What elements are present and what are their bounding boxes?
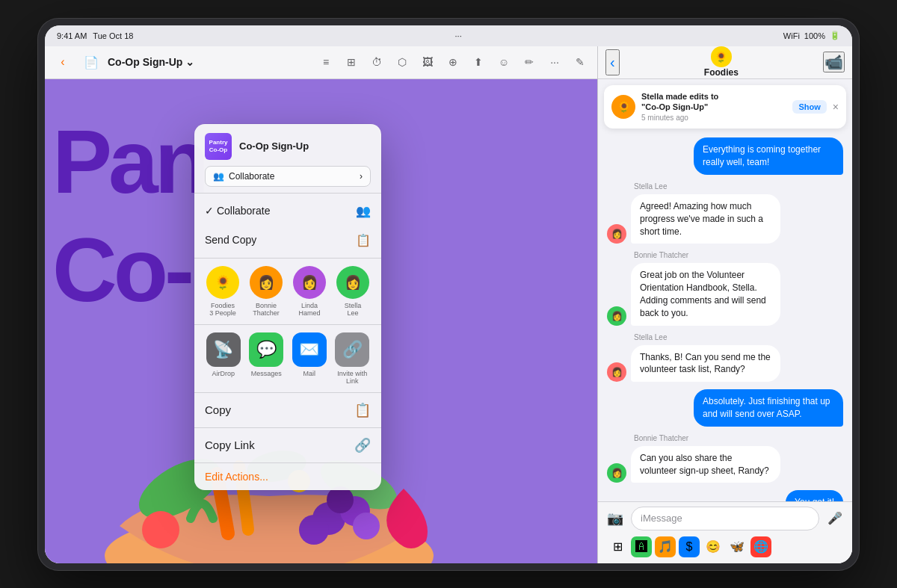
pages-pane: ‹ 📄 Co-Op Sign-Up ⌄ ≡ ⊞ ⏱ ⬡ 🖼 ⊕ [45,46,597,563]
edit-button[interactable]: ✎ [569,51,591,73]
airdrop-icon: 📡 [206,332,241,367]
mail-app[interactable]: ✉️ Mail [292,332,327,385]
messages-toolbar: ‹ 🌻 Foodies 📹 [598,46,852,79]
message-group-stella1: Stella Lee 👩 Agreed! Amazing how much pr… [607,182,843,244]
back-button[interactable]: ‹ [51,50,75,74]
message-row: 👩 Agreed! Amazing how much progress we'v… [607,194,843,244]
title-chevron: ⌄ [185,56,194,68]
bubble-sent2: Absolutely. Just finishing that up and w… [694,389,843,427]
camera-button[interactable]: 📷 [604,507,626,530]
ipad-screen: 9:41 AM Tue Oct 18 ··· WiFi 100% 🔋 ‹ 📄 [45,25,852,563]
toolbar-left: ‹ 📄 Co-Op Sign-Up ⌄ [51,50,194,74]
message-row: Everything is coming together really wel… [607,137,843,175]
notif-time: 5 minutes ago [641,114,688,122]
bubble-received: Thanks, B! Can you send me the volunteer… [631,345,780,383]
pencil-button[interactable]: ✏ [518,51,540,73]
history-button[interactable]: ⏱ [366,51,388,73]
collaborate-dropdown[interactable]: 👥 Collaborate › [205,166,371,187]
send-copy-label: Send Copy [205,234,256,246]
doc-title[interactable]: Co-Op Sign-Up ⌄ [108,56,194,68]
message-group-bonnie1: Bonnie Thatcher 👩 Great job on the Volun… [607,251,843,325]
messages-app[interactable]: 💬 Messages [249,332,283,385]
status-right: WiFi 100% 🔋 [783,31,840,40]
battery-status: 100% [804,31,825,40]
doc-title-text: Co-Op Sign-Up [108,56,182,68]
more-apps-icon[interactable]: 🌐 [750,536,771,557]
share-button[interactable]: ⬆ [467,51,490,73]
share-sheet: PantryCo-Op Co-Op Sign-Up 👥 Collaborate [194,124,381,490]
svg-point-6 [327,486,354,513]
ipad-frame: 9:41 AM Tue Oct 18 ··· WiFi 100% 🔋 ‹ 📄 [37,18,860,571]
copy-options: Copy 📋 Copy Link 🔗 Edit Actions... [194,393,381,490]
send-copy-icon: 📋 [356,233,371,247]
status-bar: 9:41 AM Tue Oct 18 ··· WiFi 100% 🔋 [45,25,852,46]
copy-row[interactable]: Copy 📋 [194,393,381,428]
group-name: Foodies [704,67,739,78]
person-linda[interactable]: 👩 LindaHamed [293,266,326,317]
message-row-sent2: Absolutely. Just finishing that up and w… [607,389,843,427]
airdrop-label: AirDrop [212,370,235,377]
audio-icon[interactable]: 🎵 [655,536,676,557]
doc-icon-button[interactable]: 📄 [79,50,103,74]
bonnie-avatar-msg2: 👩 [607,463,626,483]
edit-actions[interactable]: Edit Actions... [194,463,381,490]
copy-link-row[interactable]: Copy Link 🔗 [194,428,381,463]
collaborate-people-icon: 👥 [213,171,224,182]
bubble-received: Great job on the Volunteer Orientation H… [631,263,780,325]
messages-label: Messages [251,370,282,377]
sticker-icon[interactable]: 🦋 [727,536,748,557]
stella-avatar-msg: 👩 [607,224,626,244]
collaborate-option[interactable]: ✓ Collaborate 👥 [194,196,381,226]
invite-link-app[interactable]: 🔗 Invite withLink [335,332,369,385]
shape-button[interactable]: ⬡ [391,51,413,73]
appstore-icon[interactable]: 🅰 [631,536,652,557]
people-row: 🌻 Foodies3 People 👩 BonnieThatcher 👩 Li [205,266,371,317]
mic-button[interactable]: 🎤 [824,507,846,530]
notif-show-button[interactable]: Show [792,100,826,114]
pan-text: Pan [52,117,206,206]
apps-button[interactable]: ⊞ [607,536,628,557]
messages-back-button[interactable]: ‹ [605,49,620,75]
messages-pane: ‹ 🌻 Foodies 📹 🌻 Stella made edits to"Co-… [598,46,852,563]
bubble-received: Can you also share the volunteer sign-up… [631,446,780,483]
share-header: PantryCo-Op Co-Op Sign-Up 👥 Collaborate [194,124,381,194]
status-dots: ··· [455,31,462,40]
toolbar-right: ≡ ⊞ ⏱ ⬡ 🖼 ⊕ ⬆ ☺ ✏ ··· ✎ [315,51,591,73]
apps-row: 📡 AirDrop 💬 Messages ✉️ Mail [205,332,371,385]
message-group-stella2: Stella Lee 👩 Thanks, B! Can you send me … [607,333,843,383]
status-left: 9:41 AM Tue Oct 18 [57,31,133,40]
battery-icon: 🔋 [830,31,840,40]
send-copy-option[interactable]: Send Copy 📋 [194,226,381,255]
grid-view-button[interactable]: ⊞ [340,51,363,73]
bubble-received: Agreed! Amazing how much progress we've … [631,194,780,244]
bonnie-sender-name2: Bonnie Thatcher [634,434,843,442]
airdrop-app[interactable]: 📡 AirDrop [206,332,241,385]
linda-name: LindaHamed [298,302,320,317]
message-input[interactable]: iMessage [631,507,819,530]
message-group-bonnie2: Bonnie Thatcher 👩 Can you also share the… [607,434,843,483]
person-bonnie[interactable]: 👩 BonnieThatcher [250,266,283,317]
emoji-icon[interactable]: 😊 [703,536,724,557]
list-view-button[interactable]: ≡ [315,51,337,73]
co-text: Co- [52,225,191,315]
foodies-name: Foodies3 People [209,302,236,317]
video-call-button[interactable]: 📹 [823,52,845,72]
collaborate-icon: 👥 [356,204,371,218]
copy-label: Copy [205,403,231,416]
bonnie-avatar-msg: 👩 [607,306,626,326]
person-foodies[interactable]: 🌻 Foodies3 People [206,266,239,317]
image-button[interactable]: 🖼 [416,51,439,73]
status-date: Tue Oct 18 [93,31,133,40]
apple-cash-icon[interactable]: $ [679,536,700,557]
message-row: 👩 Great job on the Volunteer Orientation… [607,263,843,325]
emoji-button[interactable]: ☺ [493,51,515,73]
notif-close-button[interactable]: × [833,101,839,113]
share-doc-thumbnail: PantryCo-Op [205,133,232,160]
foodies-avatar: 🌻 [206,266,239,299]
checkmark: ✓ [205,205,217,217]
add-button[interactable]: ⊕ [442,51,464,73]
person-stella[interactable]: 👩 StellaLee [336,266,369,317]
more-button[interactable]: ··· [543,51,566,73]
input-placeholder: iMessage [641,513,682,524]
copy-link-label: Copy Link [205,439,255,451]
